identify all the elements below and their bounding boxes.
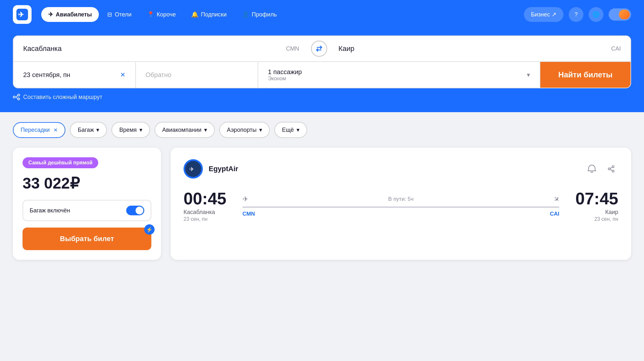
route-bar bbox=[242, 207, 559, 208]
baggage-toggle-switch[interactable] bbox=[126, 206, 144, 215]
select-btn-label: Выбрать билет bbox=[60, 235, 114, 243]
filter-stops[interactable]: Пересадки ✕ bbox=[13, 122, 65, 138]
flight-header: ✈ EgyptAir bbox=[184, 159, 618, 179]
arrival-block: 07:45 Каир 23 сен, пн bbox=[575, 190, 618, 222]
baggage-label: Багаж включён bbox=[30, 207, 70, 214]
plane-icon: ✈ bbox=[48, 11, 53, 18]
arrive-time: 07:45 bbox=[575, 190, 618, 207]
flight-actions bbox=[585, 162, 618, 176]
depart-city: Касабланка bbox=[184, 209, 226, 216]
passengers-chevron-icon: ▾ bbox=[527, 71, 530, 79]
svg-text:✈: ✈ bbox=[18, 11, 24, 19]
globe-icon: 🌐 bbox=[592, 11, 600, 18]
arrive-city: Каир bbox=[575, 209, 618, 216]
filter-more-label: Ещё bbox=[282, 127, 294, 133]
share-button[interactable] bbox=[604, 162, 618, 176]
flight-middle: ✈ В пути: 5ч ✈ CMN CAI bbox=[236, 195, 566, 217]
user-icon: 👤 bbox=[242, 11, 249, 18]
baggage-toggle-row: Багаж включён bbox=[23, 200, 151, 221]
origin-input[interactable]: Касабланка CMN bbox=[14, 44, 319, 53]
arrive-plane-icon: ✈ bbox=[551, 194, 561, 204]
travel-class: Эконом bbox=[268, 76, 302, 82]
logo[interactable]: ✈ bbox=[13, 5, 32, 24]
complex-route-link[interactable]: Составить сложный маршрут bbox=[13, 93, 631, 101]
filter-stops-close[interactable]: ✕ bbox=[53, 127, 58, 133]
search-route-row: Касабланка CMN Каир CAI bbox=[14, 36, 630, 62]
filter-stops-label: Пересадки bbox=[21, 127, 50, 133]
depart-date: 23 сен, пн bbox=[184, 216, 226, 222]
origin-city: Касабланка bbox=[23, 44, 62, 53]
filter-baggage-label: Багаж bbox=[78, 127, 94, 133]
nav-label-hotels: Отели bbox=[115, 11, 131, 18]
departure-block: 00:45 Касабланка 23 сен, пн bbox=[184, 190, 226, 222]
airline-name: EgyptAir bbox=[209, 165, 238, 173]
nav-label-subscriptions: Подписки bbox=[201, 11, 227, 18]
search-button-label: Найти билеты bbox=[558, 70, 612, 79]
filter-time[interactable]: Время ▾ bbox=[111, 122, 150, 138]
nav-item-short[interactable]: 📍 Короче bbox=[140, 7, 183, 22]
filter-more-chevron: ▾ bbox=[297, 126, 299, 133]
passengers-input[interactable]: 1 пассажир Эконом ▾ bbox=[258, 62, 540, 88]
bed-icon: ⊟ bbox=[107, 11, 112, 18]
price-amount: 33 022₽ bbox=[23, 174, 151, 192]
filter-baggage-chevron: ▾ bbox=[96, 126, 99, 133]
filter-airlines-label: Авиакомпании bbox=[162, 127, 202, 133]
search-button[interactable]: Найти билеты bbox=[540, 62, 630, 88]
origin-code: CMN bbox=[286, 45, 309, 52]
search-details-row: 23 сентября, пн ✕ Обратно 1 пассажир Эко… bbox=[14, 62, 630, 88]
nav-item-profile[interactable]: 👤 Профиль bbox=[235, 7, 284, 22]
destination-code: CAI bbox=[611, 45, 621, 52]
arrive-date: 23 сен, пн bbox=[575, 216, 618, 222]
return-date-input[interactable]: Обратно bbox=[136, 62, 258, 88]
flight-card: ✈ EgyptAir bbox=[171, 148, 631, 260]
search-section: Касабланка CMN Каир CAI 23 сентября, пн … bbox=[0, 29, 644, 112]
business-button[interactable]: Бизнес ↗ bbox=[524, 7, 564, 22]
depart-date-input[interactable]: 23 сентября, пн ✕ bbox=[14, 62, 136, 88]
filter-time-chevron: ▾ bbox=[139, 126, 142, 133]
depart-time: 00:45 bbox=[184, 190, 226, 207]
clear-date-icon[interactable]: ✕ bbox=[120, 71, 126, 79]
filter-airports-label: Аэропорты bbox=[227, 127, 257, 133]
nav-label-flights: Авиабилеты bbox=[56, 11, 92, 18]
passengers-count: 1 пассажир bbox=[268, 68, 302, 76]
filter-airports-chevron: ▾ bbox=[259, 126, 262, 133]
search-box: Касабланка CMN Каир CAI 23 сентября, пн … bbox=[13, 35, 631, 88]
duration-label: В пути: 5ч bbox=[388, 196, 414, 202]
destination-input[interactable]: Каир CAI bbox=[319, 44, 630, 53]
question-icon: ? bbox=[574, 11, 578, 18]
svg-text:✈: ✈ bbox=[189, 166, 194, 172]
filter-more[interactable]: Ещё ▾ bbox=[274, 122, 307, 138]
filter-airlines-chevron: ▾ bbox=[204, 126, 207, 133]
airline-info: ✈ EgyptAir bbox=[184, 159, 238, 179]
airline-logo: ✈ bbox=[184, 159, 203, 179]
filter-time-label: Время bbox=[119, 127, 137, 133]
help-button[interactable]: ? bbox=[569, 7, 583, 22]
filter-airlines[interactable]: Авиакомпании ▾ bbox=[155, 122, 215, 138]
nav-item-subscriptions[interactable]: 🔔 Подписки bbox=[184, 7, 234, 22]
language-button[interactable]: 🌐 bbox=[589, 7, 603, 22]
nav-right: Бизнес ↗ ? 🌐 bbox=[524, 7, 631, 22]
swap-button[interactable] bbox=[311, 41, 327, 57]
nav-label-short: Короче bbox=[157, 11, 176, 18]
toggle-thumb bbox=[619, 10, 630, 19]
select-ticket-button[interactable]: Выбрать билет ⚡ bbox=[23, 228, 151, 250]
nav-label-profile: Профиль bbox=[252, 11, 277, 18]
nav-items: ✈ Авиабилеты ⊟ Отели 📍 Короче 🔔 Подписки… bbox=[41, 7, 521, 22]
airport-codes-row: CMN CAI bbox=[242, 211, 559, 217]
filter-baggage[interactable]: Багаж ▾ bbox=[70, 122, 107, 138]
alert-button[interactable] bbox=[585, 162, 599, 176]
results-section: Самый дешёвый прямой 33 022₽ Багаж включ… bbox=[0, 148, 644, 273]
lightning-badge: ⚡ bbox=[144, 224, 155, 235]
theme-toggle[interactable] bbox=[609, 8, 631, 21]
filter-airports[interactable]: Аэропорты ▾ bbox=[219, 122, 270, 138]
destination-city: Каир bbox=[335, 44, 355, 53]
return-placeholder: Обратно bbox=[146, 71, 171, 79]
cheapest-badge: Самый дешёвый прямой bbox=[23, 157, 98, 168]
passenger-info: 1 пассажир Эконом bbox=[268, 68, 302, 82]
flight-route-line bbox=[242, 207, 559, 208]
filters-section: Пересадки ✕ Багаж ▾ Время ▾ Авиакомпании… bbox=[0, 112, 644, 148]
location-icon: 📍 bbox=[147, 11, 154, 18]
business-label: Бизнес ↗ bbox=[531, 11, 556, 18]
nav-item-flights[interactable]: ✈ Авиабилеты bbox=[41, 7, 99, 22]
nav-item-hotels[interactable]: ⊟ Отели bbox=[100, 7, 138, 22]
